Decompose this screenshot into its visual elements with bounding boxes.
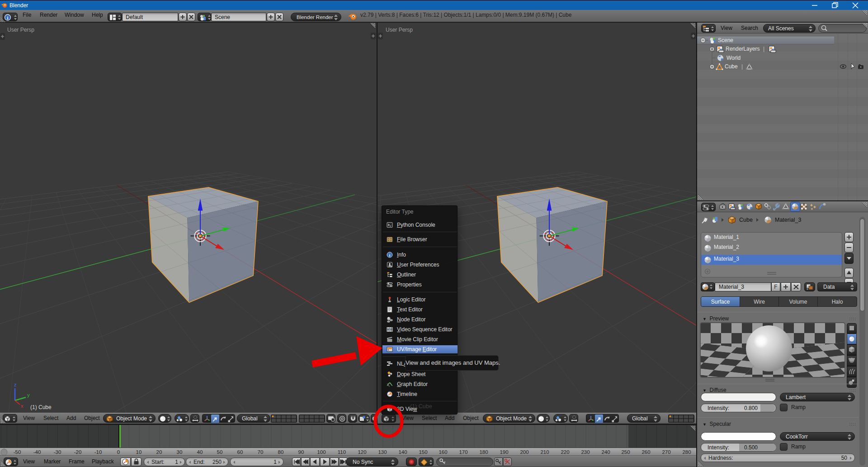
- svg-text:120: 120: [358, 449, 366, 455]
- svg-text:220: 220: [561, 449, 569, 455]
- svg-text:|: |: [763, 46, 764, 52]
- svg-text:200: 200: [520, 449, 528, 455]
- svg-text:180: 180: [479, 449, 488, 455]
- svg-text:World: World: [726, 55, 741, 61]
- svg-text:Cube: Cube: [725, 63, 738, 70]
- svg-text:0: 0: [117, 449, 120, 455]
- svg-text:110: 110: [338, 449, 346, 455]
- svg-text:150: 150: [419, 449, 427, 455]
- svg-text:30: 30: [177, 449, 183, 455]
- svg-text:-20: -20: [74, 449, 82, 455]
- svg-text:60: 60: [237, 449, 243, 455]
- svg-text:280: 280: [682, 449, 691, 455]
- svg-text:-30: -30: [54, 449, 61, 455]
- svg-text:RenderLayers: RenderLayers: [726, 46, 760, 52]
- svg-text:-10: -10: [94, 449, 102, 455]
- svg-text:10: 10: [136, 449, 142, 455]
- svg-text:190: 190: [500, 449, 508, 455]
- svg-text:50: 50: [217, 449, 223, 455]
- svg-text:240: 240: [601, 449, 610, 455]
- svg-text:Cube: Cube: [739, 217, 753, 223]
- svg-text:260: 260: [642, 449, 650, 455]
- svg-text:210: 210: [540, 449, 549, 455]
- svg-text:|: |: [741, 63, 743, 70]
- svg-text:i: i: [7, 15, 9, 20]
- svg-text:Scene: Scene: [718, 37, 733, 43]
- svg-text:80: 80: [278, 449, 284, 455]
- svg-text:250: 250: [621, 449, 630, 455]
- svg-text:70: 70: [258, 449, 264, 455]
- svg-text:170: 170: [459, 449, 467, 455]
- svg-text:-40: -40: [33, 449, 41, 455]
- svg-text:230: 230: [581, 449, 590, 455]
- svg-text:-50: -50: [14, 449, 21, 455]
- svg-text:20: 20: [156, 449, 162, 455]
- svg-text:140: 140: [398, 449, 407, 455]
- svg-text:130: 130: [378, 449, 387, 455]
- svg-text:160: 160: [439, 449, 447, 455]
- svg-text:100: 100: [317, 449, 326, 455]
- svg-text:270: 270: [662, 449, 670, 455]
- svg-text:40: 40: [197, 449, 203, 455]
- svg-text:90: 90: [298, 449, 304, 455]
- svg-text:Material_3: Material_3: [775, 217, 801, 223]
